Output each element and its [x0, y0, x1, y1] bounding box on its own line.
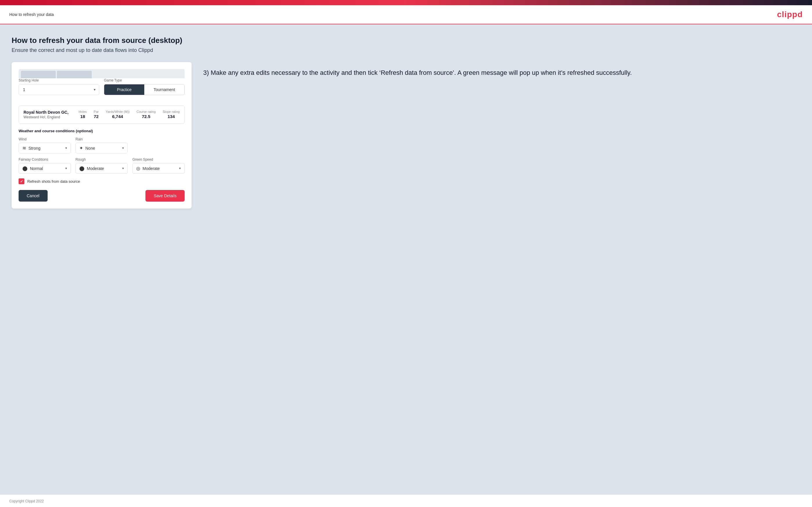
check-icon: ✓: [20, 179, 23, 184]
green-speed-label: Green Speed: [133, 158, 185, 162]
par-stat: Par 72: [94, 110, 99, 119]
wind-chevron: ▾: [65, 146, 67, 150]
green-speed-chevron: ▾: [179, 167, 181, 170]
yards-stat: Yards/White (M)) 6,744: [106, 110, 130, 119]
wind-label: Wind: [18, 137, 71, 141]
fairway-chevron: ▾: [65, 167, 67, 170]
slope-rating-value: 134: [167, 114, 175, 119]
page-subheading: Ensure the correct and most up to date d…: [12, 47, 800, 53]
form-panel: Starting Hole 1 10 ▾ Game Type Practice …: [12, 62, 192, 209]
starting-hole-field: Starting Hole 1 10 ▾: [18, 78, 99, 95]
top-fields-row: Starting Hole 1 10 ▾ Game Type Practice …: [18, 78, 185, 100]
fairway-value: Normal: [30, 166, 43, 171]
rain-field: Rain ✦ None ▾: [75, 137, 128, 154]
fairway-rough-green-row: Fairway Conditions ⬤ Normal ▾ Rough: [18, 158, 185, 174]
course-rating-value: 72.5: [142, 114, 150, 119]
description-panel: 3) Make any extra edits necessary to the…: [203, 62, 800, 77]
description-text: 3) Make any extra edits necessary to the…: [203, 68, 800, 77]
rough-select[interactable]: ⬤ Moderate ▾: [75, 163, 128, 174]
footer: Copyright Clippd 2022: [0, 495, 812, 507]
course-rating-stat: Course rating 72.5: [137, 110, 156, 119]
fairway-icon: ⬤: [22, 166, 28, 171]
holes-label: Holes: [79, 110, 87, 113]
conditions-title: Weather and course conditions (optional): [18, 129, 185, 133]
fairway-select[interactable]: ⬤ Normal ▾: [18, 163, 71, 174]
top-gradient-bar: [0, 0, 812, 5]
rough-chevron: ▾: [122, 167, 124, 170]
par-label: Par: [94, 110, 99, 113]
cancel-button[interactable]: Cancel: [18, 190, 48, 202]
rain-chevron: ▾: [122, 146, 124, 150]
holes-value: 18: [80, 114, 85, 119]
content-row: Starting Hole 1 10 ▾ Game Type Practice …: [12, 62, 800, 209]
par-value: 72: [94, 114, 99, 119]
partial-tabs: [18, 69, 185, 78]
refresh-label: Refresh shots from data source: [27, 179, 80, 184]
wind-icon: ≋: [22, 145, 26, 151]
wind-value: Strong: [29, 146, 40, 151]
rough-icon: ⬤: [79, 166, 85, 171]
header-title: How to refresh your data: [9, 12, 54, 17]
rain-select[interactable]: ✦ None ▾: [75, 143, 128, 154]
course-rating-label: Course rating: [137, 110, 156, 113]
page-heading: How to refresh your data from source (de…: [12, 36, 800, 45]
starting-hole-select-wrapper[interactable]: 1 10 ▾: [18, 84, 99, 95]
header: How to refresh your data clippd: [0, 5, 812, 24]
course-info-box: Royal North Devon GC, Westward Ho!, Engl…: [18, 106, 185, 123]
wind-select[interactable]: ≋ Strong ▾: [18, 143, 71, 154]
green-speed-select[interactable]: ◎ Moderate ▾: [133, 163, 185, 174]
game-type-toggle: Practice Tournament: [104, 84, 185, 95]
rain-label: Rain: [75, 137, 128, 141]
logo: clippd: [777, 10, 803, 19]
wind-rain-row: Wind ≋ Strong ▾ Rain: [18, 137, 185, 154]
action-buttons: Cancel Save Details: [18, 190, 185, 202]
rough-label: Rough: [75, 158, 128, 162]
holes-stat: Holes 18: [79, 110, 87, 119]
course-name: Royal North Devon GC,: [23, 110, 68, 115]
rain-value: None: [85, 146, 95, 151]
empty-field: [133, 137, 185, 154]
slope-rating-label: Slope rating: [163, 110, 180, 113]
game-type-field: Game Type Practice Tournament: [104, 78, 185, 95]
green-speed-field: Green Speed ◎ Moderate ▾: [133, 158, 185, 174]
refresh-checkbox[interactable]: ✓: [18, 178, 24, 184]
course-stats: Holes 18 Par 72 Yards/White (M)) 6,744 C…: [79, 110, 180, 119]
practice-button[interactable]: Practice: [104, 84, 144, 95]
rough-value: Moderate: [87, 166, 104, 171]
green-speed-icon: ◎: [136, 166, 140, 171]
wind-field: Wind ≋ Strong ▾: [18, 137, 71, 154]
fairway-label: Fairway Conditions: [18, 158, 71, 162]
fairway-field: Fairway Conditions ⬤ Normal ▾: [18, 158, 71, 174]
rain-icon: ✦: [79, 145, 83, 151]
slope-rating-stat: Slope rating 134: [163, 110, 180, 119]
starting-hole-select[interactable]: 1 10: [19, 84, 99, 95]
starting-hole-label: Starting Hole: [18, 78, 99, 82]
rough-field: Rough ⬤ Moderate ▾: [75, 158, 128, 174]
footer-copyright: Copyright Clippd 2022: [9, 499, 44, 503]
refresh-checkbox-row: ✓ Refresh shots from data source: [18, 178, 185, 184]
conditions-section: Weather and course conditions (optional)…: [18, 129, 185, 174]
course-location: Westward Ho!, England: [23, 115, 68, 119]
green-speed-value: Moderate: [143, 166, 160, 171]
yards-value: 6,744: [112, 114, 123, 119]
yards-label: Yards/White (M)): [106, 110, 130, 113]
game-type-label: Game Type: [104, 78, 185, 82]
partial-tab-1: [21, 71, 56, 78]
main-content: How to refresh your data from source (de…: [0, 24, 812, 495]
save-button[interactable]: Save Details: [145, 190, 185, 202]
tournament-button[interactable]: Tournament: [144, 84, 184, 95]
course-name-block: Royal North Devon GC, Westward Ho!, Engl…: [23, 110, 68, 119]
partial-tab-2: [57, 71, 92, 78]
